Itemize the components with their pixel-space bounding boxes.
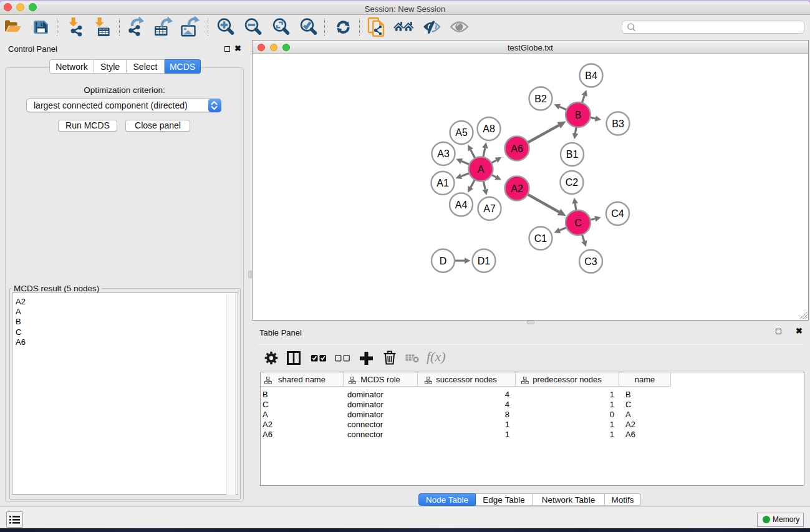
svg-text:B2: B2: [534, 94, 547, 104]
svg-text:A6: A6: [511, 143, 523, 154]
svg-text:A7: A7: [483, 203, 496, 214]
svg-text:B3: B3: [612, 118, 624, 129]
svg-text:A3: A3: [437, 148, 450, 159]
svg-text:D: D: [440, 256, 447, 266]
svg-text:A4: A4: [455, 200, 468, 210]
svg-text:C1: C1: [534, 233, 547, 244]
svg-text:D1: D1: [478, 256, 491, 266]
svg-text:C3: C3: [584, 256, 597, 267]
svg-text:C: C: [574, 218, 582, 228]
svg-text:C4: C4: [611, 208, 624, 219]
svg-text:A8: A8: [483, 123, 495, 134]
svg-text:B4: B4: [585, 70, 597, 81]
svg-text:C2: C2: [566, 177, 579, 188]
svg-text:A: A: [478, 164, 485, 175]
svg-text:A5: A5: [455, 127, 468, 138]
svg-text:B: B: [575, 110, 582, 120]
svg-text:A1: A1: [436, 178, 449, 188]
svg-text:A2: A2: [511, 183, 523, 194]
svg-text:B1: B1: [566, 149, 579, 160]
